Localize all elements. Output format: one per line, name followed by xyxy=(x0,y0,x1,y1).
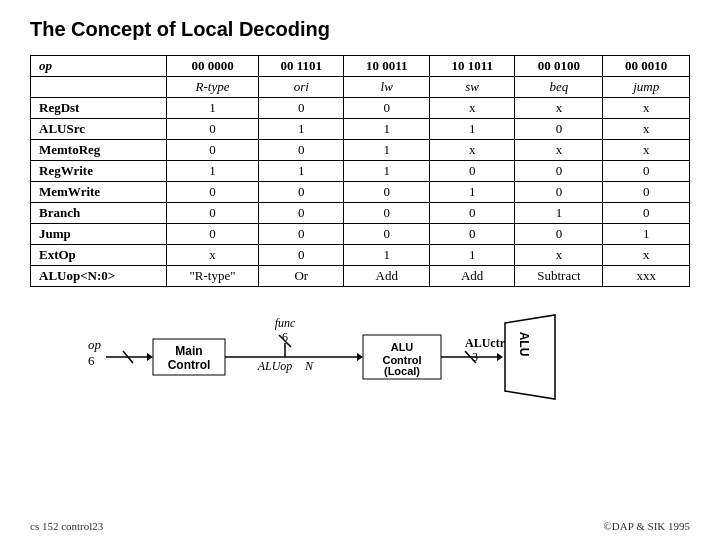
table-row: ALUop<N:0>"R-type"OrAddAddSubtractxxx xyxy=(31,266,690,287)
svg-text:N: N xyxy=(304,359,314,373)
table-row: ALUSrc01110x xyxy=(31,119,690,140)
svg-marker-24 xyxy=(497,353,503,361)
page-title: The Concept of Local Decoding xyxy=(30,18,690,41)
svg-marker-15 xyxy=(357,353,363,361)
svg-text:ALU: ALU xyxy=(391,341,414,353)
svg-text:func: func xyxy=(275,316,296,330)
table-row: RegWrite111000 xyxy=(31,161,690,182)
table-row: Branch000010 xyxy=(31,203,690,224)
table-row: Jump000001 xyxy=(31,224,690,245)
svg-marker-4 xyxy=(147,353,153,361)
svg-text:ALU: ALU xyxy=(517,332,531,357)
table-row: MemWrite000100 xyxy=(31,182,690,203)
footer: cs 152 control23 ©DAP & SIK 1995 xyxy=(30,520,690,532)
svg-text:Main: Main xyxy=(175,344,202,358)
decode-table: op00 000000 110110 001110 101100 010000 … xyxy=(30,55,690,287)
diagram-area: op 6 Main Control func 6 ALUop N xyxy=(50,305,690,425)
svg-text:Control: Control xyxy=(168,358,211,372)
table-row: MemtoReg001xxx xyxy=(31,140,690,161)
footer-right: ©DAP & SIK 1995 xyxy=(604,520,691,532)
table-row: RegDst100xxx xyxy=(31,98,690,119)
svg-marker-25 xyxy=(505,315,555,399)
footer-left: cs 152 control23 xyxy=(30,520,103,532)
svg-text:6: 6 xyxy=(88,353,95,368)
table-row: ExtOpx011xx xyxy=(31,245,690,266)
svg-text:ALUop: ALUop xyxy=(257,359,293,373)
svg-text:ALUctr: ALUctr xyxy=(465,336,506,350)
svg-text:op: op xyxy=(88,337,102,352)
svg-text:(Local): (Local) xyxy=(384,365,420,377)
